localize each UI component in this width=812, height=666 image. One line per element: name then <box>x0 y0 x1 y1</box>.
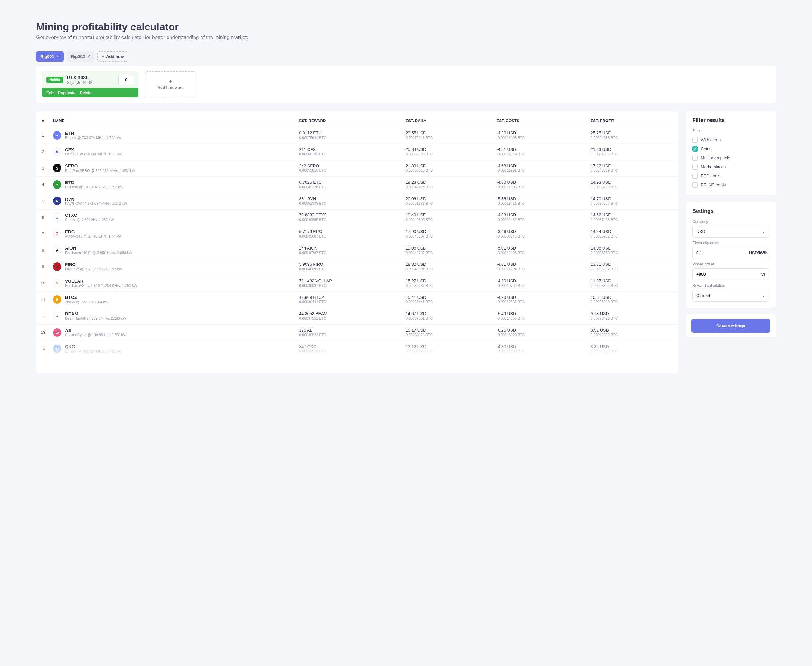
filter-item-label: Multi-algo pools <box>701 155 730 160</box>
daily-btc: 0.00049226 BTC <box>406 185 490 189</box>
table-row[interactable]: 13æAECuckooCycle @ 100.96 H/s, 2.608 kW1… <box>36 325 678 341</box>
costs-btc: -0.00011991 BTC <box>497 168 585 173</box>
electricity-label: Electricity costs <box>692 241 769 245</box>
add-hardware-button[interactable]: + Add hardware <box>145 71 196 97</box>
checkbox-icon <box>692 146 698 152</box>
table-row[interactable]: 14QQKCEthash @ 783.024 MH/s, 1.792 kW847… <box>36 341 678 358</box>
close-icon[interactable]: ✕ <box>56 54 59 59</box>
coin-algo: Equihash+Scrypt @ 371.204 KH/s, 1.752 kW <box>65 284 137 288</box>
checkbox-icon <box>692 155 698 161</box>
daily-main: 14.67 USD <box>406 311 490 317</box>
reward-calc-select[interactable]: Current ⌄ <box>692 290 769 302</box>
hardware-detail: Gigabyte 10 GB <box>67 81 92 85</box>
daily-btc: 0.00038823 BTC <box>406 333 490 337</box>
costs-btc: -0.00011549 BTC <box>497 152 585 157</box>
col-header-costs[interactable]: EST. COSTS <box>493 114 588 127</box>
filter-item[interactable]: Coins <box>692 144 769 153</box>
reward-main: 0.7026 ETC <box>299 180 400 185</box>
rig-tab-active[interactable]: Rig001 ✕ <box>36 51 64 62</box>
power-offset-label: Power offset <box>692 262 769 266</box>
filter-item[interactable]: PPS pools <box>692 171 769 180</box>
hardware-qty-input[interactable] <box>119 75 134 85</box>
row-rank: 3 <box>36 160 50 177</box>
edit-button[interactable]: Edit <box>46 91 54 95</box>
coin-algo: CuckooCycle @ 100.96 H/s, 2.608 kW <box>65 333 127 337</box>
table-row[interactable]: 8AAIONEquihash(210,9) @ 3.658 KH/s, 2.08… <box>36 242 678 259</box>
table-row[interactable]: 1♦ETHEthash @ 783.024 MH/s, 1.792 kW0.01… <box>36 127 678 144</box>
profit-btc: 0.00043819 BTC <box>591 168 675 173</box>
table-row[interactable]: 3SSEROProgPowSERO @ 322.639 MH/s, 1.952 … <box>36 160 678 177</box>
filter-item-label: With alerts <box>701 137 721 142</box>
power-offset-input[interactable] <box>696 272 761 277</box>
col-header-name[interactable]: NAME <box>50 114 296 127</box>
rig-tab-inactive[interactable]: Rig002 ✕ <box>67 51 94 62</box>
save-settings-button[interactable]: Save settings <box>691 319 771 333</box>
reward-main: 176 AE <box>299 328 400 333</box>
col-header-profit[interactable]: EST. PROFIT <box>588 114 678 127</box>
daily-btc: 0.00075641 BTC <box>406 135 490 140</box>
profit-btc: 0.00054585 BTC <box>591 152 675 157</box>
col-header-reward[interactable]: EST. REWARD <box>296 114 403 127</box>
reward-btc: 0.00039441 BTC <box>299 300 400 304</box>
filter-item-label: PPS pools <box>701 173 720 178</box>
coin-icon: æ <box>53 328 61 337</box>
table-row[interactable]: 10VVOLLAREquihash+Scrypt @ 371.204 KH/s,… <box>36 275 678 292</box>
duplicate-button[interactable]: Duplicate <box>58 91 76 95</box>
table-row[interactable]: 4♦ETCEtchash @ 783.024 MH/s, 1.792 kW0.7… <box>36 176 678 193</box>
profit-btc: 0.00064633 BTC <box>591 135 675 140</box>
table-row[interactable]: 11฿BTCZZhash @ 920 H/s, 2.04 kW41,809 BT… <box>36 292 678 308</box>
daily-main: 15.27 USD <box>406 279 490 284</box>
profit-main: 11.07 USD <box>591 279 675 284</box>
table-row[interactable]: 15GBTG0.4550 BTG13.63 USD-4.90 USD8.73 U… <box>36 357 678 373</box>
filter-item[interactable]: Multi-algo pools <box>692 153 769 162</box>
reward-btc: 0.00049226 BTC <box>299 185 400 189</box>
add-rig-button[interactable]: + Add new <box>97 51 129 62</box>
checkbox-icon <box>692 164 698 170</box>
coin-algo: BeamHashIII @ 339.84 H/s, 2.288 kW <box>65 317 126 320</box>
reward-main: 0.4550 BTG <box>299 362 400 368</box>
row-rank: 6 <box>36 209 50 226</box>
profit-btc: 0.00037627 BTC <box>591 201 675 206</box>
table-row[interactable]: 9fFIROFiroPoW @ 337.120 MH/s, 1.92 kW5.9… <box>36 259 678 275</box>
coin-symbol: CTXC <box>65 213 114 218</box>
coin-symbol: BTCZ <box>65 295 108 300</box>
col-header-rank[interactable]: # <box>36 114 50 127</box>
hardware-panel: Nvidia RTX 3080 Gigabyte 10 GB Edit Dupl… <box>36 66 776 103</box>
row-rank: 15 <box>36 357 50 373</box>
filter-item[interactable]: With alerts <box>692 135 769 144</box>
filter-item[interactable]: Marketplaces <box>692 162 769 171</box>
close-icon[interactable]: ✕ <box>87 54 90 59</box>
currency-label: Currency <box>692 219 769 224</box>
reward-main: 211 CFX <box>299 147 400 152</box>
coin-algo: Equihash(210,9) @ 3.658 KH/s, 2.088 kW <box>65 251 132 255</box>
profit-btc: 0.00022803 BTC <box>591 333 675 337</box>
checkbox-icon <box>692 173 698 179</box>
costs-btc: -0.00014055 BTC <box>497 317 585 320</box>
table-row[interactable]: 6▲CTXCCortex @ 0.864 H/s, 2.032 kW79.888… <box>36 209 678 226</box>
filter-item[interactable]: PPLNS pools <box>692 180 769 190</box>
reward-main: 381 RVN <box>299 196 400 201</box>
delete-button[interactable]: Delete <box>80 91 91 95</box>
costs-btc: -0.00011008 BTC <box>497 349 585 353</box>
daily-main: 15.17 USD <box>406 328 490 333</box>
profit-main: 21.33 USD <box>591 147 675 152</box>
costs-main: -5.36 USD <box>497 196 585 201</box>
col-header-daily[interactable]: EST. DAILY <box>403 114 493 127</box>
coin-icon: R <box>53 197 61 205</box>
table-row[interactable]: 7ΣERGAutolykos2 @ 1.748 GH/s, 1.44 kW5.7… <box>36 226 678 242</box>
checkbox-icon <box>692 182 698 188</box>
coin-icon: ♦ <box>53 131 61 140</box>
hardware-actions: Edit Duplicate Delete <box>42 88 139 97</box>
table-row[interactable]: 12▲BEAMBeamHashIII @ 339.84 H/s, 2.288 k… <box>36 308 678 325</box>
row-rank: 2 <box>36 144 50 160</box>
table-row[interactable]: 5RRVNKAWPOW @ 371.584 MH/s, 2.232 kW381 … <box>36 193 678 209</box>
row-rank: 8 <box>36 242 50 259</box>
coin-algo: Ethash @ 783.024 MH/s, 1.792 kW <box>65 135 122 140</box>
table-row[interactable]: 2◈CFXOctopus @ 628.960 MH/s, 1.88 kW211 … <box>36 144 678 160</box>
costs-btc: -0.00012826 BTC <box>497 251 585 255</box>
daily-main: 18.32 USD <box>406 262 490 267</box>
reward-btc: 0.00045807 BTC <box>299 234 400 239</box>
electricity-input[interactable] <box>696 251 749 255</box>
currency-select[interactable]: USD ⌄ <box>692 226 769 237</box>
coin-algo: KAWPOW @ 371.584 MH/s, 2.232 kW <box>65 201 127 206</box>
